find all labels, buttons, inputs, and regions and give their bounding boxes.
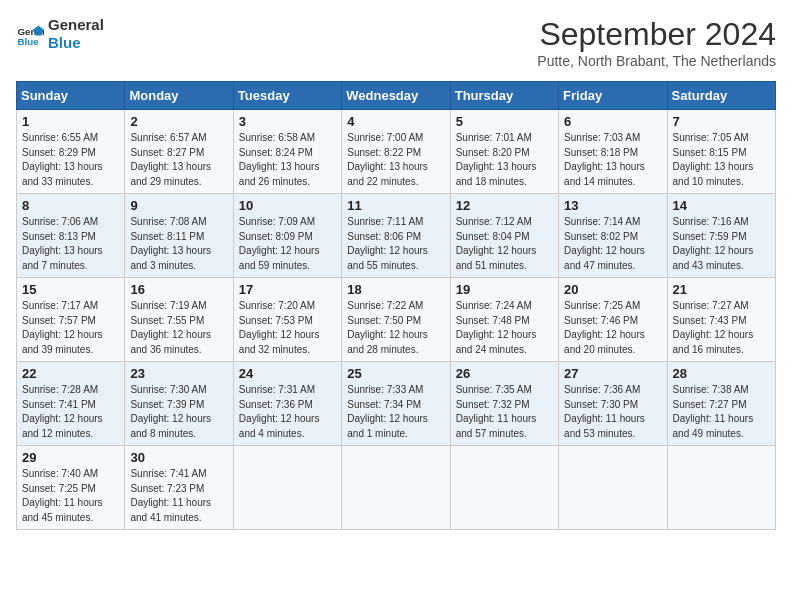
day-number: 18 bbox=[347, 282, 444, 297]
day-number: 4 bbox=[347, 114, 444, 129]
day-number: 22 bbox=[22, 366, 119, 381]
day-info: Sunrise: 6:58 AM Sunset: 8:24 PM Dayligh… bbox=[239, 131, 336, 189]
col-friday: Friday bbox=[559, 82, 667, 110]
day-info: Sunrise: 7:17 AM Sunset: 7:57 PM Dayligh… bbox=[22, 299, 119, 357]
calendar-cell bbox=[667, 446, 775, 530]
day-info: Sunrise: 7:33 AM Sunset: 7:34 PM Dayligh… bbox=[347, 383, 444, 441]
day-info: Sunrise: 7:24 AM Sunset: 7:48 PM Dayligh… bbox=[456, 299, 553, 357]
day-info: Sunrise: 7:30 AM Sunset: 7:39 PM Dayligh… bbox=[130, 383, 227, 441]
day-info: Sunrise: 7:06 AM Sunset: 8:13 PM Dayligh… bbox=[22, 215, 119, 273]
day-number: 3 bbox=[239, 114, 336, 129]
calendar-cell bbox=[450, 446, 558, 530]
calendar-cell: 13Sunrise: 7:14 AM Sunset: 8:02 PM Dayli… bbox=[559, 194, 667, 278]
calendar-cell bbox=[233, 446, 341, 530]
col-thursday: Thursday bbox=[450, 82, 558, 110]
day-info: Sunrise: 7:40 AM Sunset: 7:25 PM Dayligh… bbox=[22, 467, 119, 525]
calendar-cell: 21Sunrise: 7:27 AM Sunset: 7:43 PM Dayli… bbox=[667, 278, 775, 362]
day-number: 15 bbox=[22, 282, 119, 297]
day-info: Sunrise: 7:05 AM Sunset: 8:15 PM Dayligh… bbox=[673, 131, 770, 189]
col-wednesday: Wednesday bbox=[342, 82, 450, 110]
day-info: Sunrise: 7:22 AM Sunset: 7:50 PM Dayligh… bbox=[347, 299, 444, 357]
calendar-cell: 15Sunrise: 7:17 AM Sunset: 7:57 PM Dayli… bbox=[17, 278, 125, 362]
calendar-cell: 27Sunrise: 7:36 AM Sunset: 7:30 PM Dayli… bbox=[559, 362, 667, 446]
day-number: 12 bbox=[456, 198, 553, 213]
day-number: 11 bbox=[347, 198, 444, 213]
day-number: 14 bbox=[673, 198, 770, 213]
calendar-week-row: 29Sunrise: 7:40 AM Sunset: 7:25 PM Dayli… bbox=[17, 446, 776, 530]
day-number: 16 bbox=[130, 282, 227, 297]
day-info: Sunrise: 7:25 AM Sunset: 7:46 PM Dayligh… bbox=[564, 299, 661, 357]
calendar-cell: 1Sunrise: 6:55 AM Sunset: 8:29 PM Daylig… bbox=[17, 110, 125, 194]
calendar-cell: 23Sunrise: 7:30 AM Sunset: 7:39 PM Dayli… bbox=[125, 362, 233, 446]
day-info: Sunrise: 7:03 AM Sunset: 8:18 PM Dayligh… bbox=[564, 131, 661, 189]
day-info: Sunrise: 6:55 AM Sunset: 8:29 PM Dayligh… bbox=[22, 131, 119, 189]
day-number: 10 bbox=[239, 198, 336, 213]
calendar-cell: 3Sunrise: 6:58 AM Sunset: 8:24 PM Daylig… bbox=[233, 110, 341, 194]
svg-text:Blue: Blue bbox=[17, 36, 39, 47]
calendar-cell: 16Sunrise: 7:19 AM Sunset: 7:55 PM Dayli… bbox=[125, 278, 233, 362]
day-info: Sunrise: 7:41 AM Sunset: 7:23 PM Dayligh… bbox=[130, 467, 227, 525]
calendar-cell: 12Sunrise: 7:12 AM Sunset: 8:04 PM Dayli… bbox=[450, 194, 558, 278]
calendar-cell: 14Sunrise: 7:16 AM Sunset: 7:59 PM Dayli… bbox=[667, 194, 775, 278]
logo-icon: General Blue bbox=[16, 20, 44, 48]
calendar-cell: 22Sunrise: 7:28 AM Sunset: 7:41 PM Dayli… bbox=[17, 362, 125, 446]
day-number: 19 bbox=[456, 282, 553, 297]
calendar-table: Sunday Monday Tuesday Wednesday Thursday… bbox=[16, 81, 776, 530]
day-number: 23 bbox=[130, 366, 227, 381]
calendar-cell: 18Sunrise: 7:22 AM Sunset: 7:50 PM Dayli… bbox=[342, 278, 450, 362]
day-number: 24 bbox=[239, 366, 336, 381]
day-info: Sunrise: 7:16 AM Sunset: 7:59 PM Dayligh… bbox=[673, 215, 770, 273]
day-number: 5 bbox=[456, 114, 553, 129]
col-monday: Monday bbox=[125, 82, 233, 110]
day-info: Sunrise: 7:11 AM Sunset: 8:06 PM Dayligh… bbox=[347, 215, 444, 273]
day-number: 27 bbox=[564, 366, 661, 381]
location: Putte, North Brabant, The Netherlands bbox=[537, 53, 776, 69]
day-number: 13 bbox=[564, 198, 661, 213]
logo: General Blue General Blue bbox=[16, 16, 104, 52]
day-number: 9 bbox=[130, 198, 227, 213]
day-info: Sunrise: 7:00 AM Sunset: 8:22 PM Dayligh… bbox=[347, 131, 444, 189]
day-info: Sunrise: 7:36 AM Sunset: 7:30 PM Dayligh… bbox=[564, 383, 661, 441]
calendar-cell: 17Sunrise: 7:20 AM Sunset: 7:53 PM Dayli… bbox=[233, 278, 341, 362]
day-info: Sunrise: 7:08 AM Sunset: 8:11 PM Dayligh… bbox=[130, 215, 227, 273]
calendar-cell: 30Sunrise: 7:41 AM Sunset: 7:23 PM Dayli… bbox=[125, 446, 233, 530]
day-info: Sunrise: 7:20 AM Sunset: 7:53 PM Dayligh… bbox=[239, 299, 336, 357]
day-info: Sunrise: 7:09 AM Sunset: 8:09 PM Dayligh… bbox=[239, 215, 336, 273]
calendar-cell: 10Sunrise: 7:09 AM Sunset: 8:09 PM Dayli… bbox=[233, 194, 341, 278]
calendar-cell: 4Sunrise: 7:00 AM Sunset: 8:22 PM Daylig… bbox=[342, 110, 450, 194]
title-block: September 2024 Putte, North Brabant, The… bbox=[537, 16, 776, 69]
day-info: Sunrise: 7:28 AM Sunset: 7:41 PM Dayligh… bbox=[22, 383, 119, 441]
day-info: Sunrise: 7:01 AM Sunset: 8:20 PM Dayligh… bbox=[456, 131, 553, 189]
day-number: 26 bbox=[456, 366, 553, 381]
calendar-cell: 26Sunrise: 7:35 AM Sunset: 7:32 PM Dayli… bbox=[450, 362, 558, 446]
calendar-cell: 25Sunrise: 7:33 AM Sunset: 7:34 PM Dayli… bbox=[342, 362, 450, 446]
calendar-cell: 7Sunrise: 7:05 AM Sunset: 8:15 PM Daylig… bbox=[667, 110, 775, 194]
month-year: September 2024 bbox=[537, 16, 776, 53]
calendar-cell bbox=[559, 446, 667, 530]
day-info: Sunrise: 7:35 AM Sunset: 7:32 PM Dayligh… bbox=[456, 383, 553, 441]
day-info: Sunrise: 7:14 AM Sunset: 8:02 PM Dayligh… bbox=[564, 215, 661, 273]
calendar-cell: 20Sunrise: 7:25 AM Sunset: 7:46 PM Dayli… bbox=[559, 278, 667, 362]
day-info: Sunrise: 7:27 AM Sunset: 7:43 PM Dayligh… bbox=[673, 299, 770, 357]
calendar-cell: 2Sunrise: 6:57 AM Sunset: 8:27 PM Daylig… bbox=[125, 110, 233, 194]
calendar-cell: 24Sunrise: 7:31 AM Sunset: 7:36 PM Dayli… bbox=[233, 362, 341, 446]
calendar-header-row: Sunday Monday Tuesday Wednesday Thursday… bbox=[17, 82, 776, 110]
day-number: 17 bbox=[239, 282, 336, 297]
day-number: 29 bbox=[22, 450, 119, 465]
page-header: General Blue General Blue September 2024… bbox=[16, 16, 776, 69]
day-info: Sunrise: 7:19 AM Sunset: 7:55 PM Dayligh… bbox=[130, 299, 227, 357]
day-info: Sunrise: 6:57 AM Sunset: 8:27 PM Dayligh… bbox=[130, 131, 227, 189]
calendar-cell: 19Sunrise: 7:24 AM Sunset: 7:48 PM Dayli… bbox=[450, 278, 558, 362]
day-number: 2 bbox=[130, 114, 227, 129]
day-info: Sunrise: 7:31 AM Sunset: 7:36 PM Dayligh… bbox=[239, 383, 336, 441]
calendar-cell bbox=[342, 446, 450, 530]
calendar-cell: 11Sunrise: 7:11 AM Sunset: 8:06 PM Dayli… bbox=[342, 194, 450, 278]
calendar-cell: 5Sunrise: 7:01 AM Sunset: 8:20 PM Daylig… bbox=[450, 110, 558, 194]
col-saturday: Saturday bbox=[667, 82, 775, 110]
col-sunday: Sunday bbox=[17, 82, 125, 110]
day-info: Sunrise: 7:12 AM Sunset: 8:04 PM Dayligh… bbox=[456, 215, 553, 273]
calendar-cell: 6Sunrise: 7:03 AM Sunset: 8:18 PM Daylig… bbox=[559, 110, 667, 194]
day-number: 6 bbox=[564, 114, 661, 129]
day-number: 30 bbox=[130, 450, 227, 465]
calendar-cell: 29Sunrise: 7:40 AM Sunset: 7:25 PM Dayli… bbox=[17, 446, 125, 530]
